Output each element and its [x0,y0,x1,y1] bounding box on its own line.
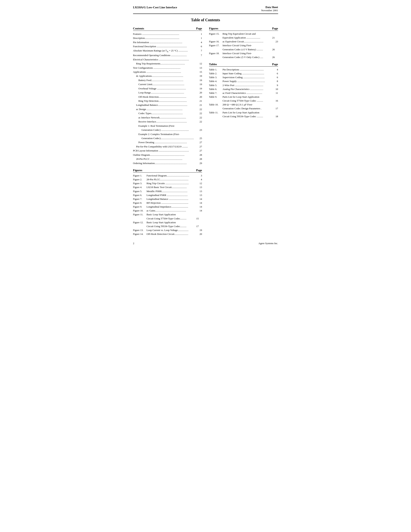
tbl-desc: Input State Coding .....................… [223,72,273,76]
fig-num: Figure 15. [209,32,223,36]
tbl-num: Table 9. [209,95,223,99]
figures-page-label-left: Page [196,169,202,172]
toc-entry: Longitudinal Balance....................… [133,103,202,107]
company-name: Agere Systems Inc. [258,242,278,245]
tbl-page: 11 [273,91,278,95]
tbl-num: Table 7. [209,91,223,95]
toc-entry: Outline Diagram.........................… [133,153,202,157]
figure-item: Figure 6. Longitudinal PSRR ............… [133,193,202,197]
figures-label-left: Figures [133,169,142,172]
fig-num: Figure 11. [133,213,147,217]
table-item: Table 5. 2-Wire Port ...................… [209,83,278,87]
figure-item: Figure 7. Longitudinal Balance .........… [133,197,202,201]
tbl-num: Table 3. [209,76,223,79]
toc-entry: Functional Description .................… [133,44,202,48]
tables-page-label: Page [272,63,278,66]
figure-item: Figure 4. L9218 Basic Test Circuit......… [133,185,202,189]
figures-list-left: Figure 1. Functional Diagram............… [133,174,202,236]
figure-item: Figure 5. Metallic PSRR.................… [133,190,202,193]
figures-list-right: Figure 15. Ring Trip Equivalent Circuit … [209,32,278,59]
left-column: Contents Page Features .................… [133,27,202,236]
figure-item-multiline: Figure 18. Interface Circuit Using First… [209,51,278,55]
doc-type: Data Sheet [261,6,278,9]
table-item-multiline-cont: Circuit Using T7504-Type Codec .........… [209,99,278,103]
figures-page-label-right: Page [272,27,278,30]
right-figures-section: Figures Page Figure 15. Ring Trip Equiva… [209,27,278,59]
toc-entry: Pin Information ........................… [133,40,202,44]
toc-entries: Features ...............................… [133,32,202,165]
tbl-num: Table 4. [209,79,223,83]
tbl-num: Table 2. [209,72,223,76]
fig-page: 21 [272,36,278,40]
toc-entry: Description.............................… [133,36,202,40]
tbl-num: Table 6. [209,87,223,91]
table-item-multiline: Table 11. Parts List for Loop Start Appl… [209,111,278,114]
tbl-desc-line1: 200 Ω + 680 Ω || 0.1 µF First- [223,103,272,107]
tbl-desc-line1: Parts List for Loop Start Application [223,111,272,114]
toc-entry: Applications ...........................… [133,70,202,74]
toc-entry: Codec Types.............................… [133,111,202,115]
table-item: Table 6. Analog Pin Characteristics ....… [209,87,278,91]
figure-item: Figure 3. Ring Trip Circuits ...........… [133,181,202,185]
table-item: Table 2. Input State Coding ............… [209,72,278,76]
fig-page: 26 [272,48,278,51]
fig-desc-line2: Generation Codec (±5 V Battery) ........… [223,48,272,51]
figure-item-multiline-cont: Generation Codec (±5 V Battery) ........… [209,48,278,51]
tbl-page: 8 [273,79,278,83]
figure-item-multiline: Figure 11. Basic Loop Start Application [133,213,202,217]
table-item-multiline-cont: Generation Codec Design Parameters . 17 [209,107,278,110]
toc-entry: 28-Pin PLCC ............................… [133,157,202,161]
tables-heading: Tables Page [209,63,278,66]
toc-entry: ac Interface Network....................… [133,115,202,120]
figures-heading-right: Figures Page [209,27,278,31]
figure-item: Figure 16. ac Equivalent Circuit........… [209,40,278,44]
tbl-page: 10 [273,87,278,91]
figure-item: Figure 9. Longitudinal Impedance........… [133,205,202,209]
figure-item-multiline-cont: Circuit Using T8536-Type Codec..........… [133,224,202,228]
contents-heading: Contents Page [133,27,202,31]
tbl-desc: Supervision Coding .....................… [223,76,273,79]
toc-entry: Overhead Voltage .......................… [133,86,202,91]
toc-entry: Example 2: Complex Termination (First- [133,132,202,136]
tbl-num: Table 1. [209,68,223,72]
table-item-multiline: Table 9. Parts List for Loop Start Appli… [209,95,278,99]
fig-desc-line2: Generation Codec (5 V Only Codec) ..... [223,55,272,59]
toc-entry: dc Applications.........................… [133,74,202,78]
fig-page: 15 [196,217,202,220]
figure-item: Figure 8. RFI Rejection ................… [133,201,202,205]
figure-item-multiline: Figure 15. Ring Trip Equivalent Circuit … [209,32,278,36]
figure-item-multiline: Figure 17. Interface Circuit Using First… [209,44,278,48]
fig-desc-line1: Interface Circuit Using First- [223,44,272,48]
table-item-multiline: Table 10. 200 Ω + 680 Ω || 0.1 µF First- [209,103,278,107]
tbl-desc-line2: Circuit Using T8536-Type Codec .........… [223,114,272,118]
tbl-desc: 2-Wire Port ............................… [223,83,273,87]
tbl-desc-line1: Parts List for Loop Start Application [223,95,272,99]
tbl-page: 9 [273,83,278,87]
figure-item: Figure 2. 28-Pin PLCC...................… [133,178,202,181]
fig-desc-line2: Equivalent Application .................… [223,36,272,40]
tables-list: Table 1. Pin Descriptions ..............… [209,68,278,118]
toc-entry: Battery Feed............................… [133,78,202,82]
fig-desc-line1: Interface Circuit Using First- [223,51,272,55]
table-item: Table 4. Power Supply ..................… [209,79,278,83]
fig-desc-line1: Basic Loop Start Application [147,213,196,217]
fig-page: 26 [272,55,278,59]
contents-label: Contents [133,27,144,30]
figure-item-multiline-cont: Circuit Using T7504-Type Codec..........… [133,217,202,220]
tbl-page: 16 [272,99,278,103]
toc-entry: Ring Trip Detection.....................… [133,99,202,103]
toc-entry: Features ...............................… [133,32,202,36]
figure-item: Figure 14. Off-Hook Detection Circuit...… [133,232,202,236]
toc-entry: PCB Layout Information .................… [133,149,202,153]
tbl-num: Table 5. [209,83,223,87]
tbl-desc: Analog Pin Characteristics .............… [223,87,273,91]
figure-item: Figure 13. Loop Current vs. Loop Voltage… [133,228,202,232]
toc-entry: Absolute Maximum Ratings (at TA = 25 °C)… [133,48,202,53]
doc-info: Data Sheet November 2001 [261,6,278,12]
tbl-num: Table 11. [209,111,223,114]
tbl-page: 17 [272,107,278,110]
toc-entry: Generation Codec).......................… [133,136,202,140]
contents-page-label: Page [196,27,202,30]
table-item-multiline-cont: Circuit Using T8536-Type Codec .........… [209,114,278,118]
figure-item: Figure 1. Functional Diagram............… [133,174,202,178]
